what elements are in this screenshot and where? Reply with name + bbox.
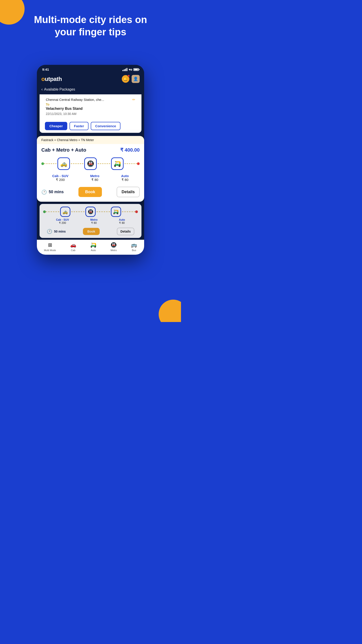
battery-icon [133,68,139,71]
logo-o: o [41,76,45,82]
multimode-icon: ⊞ [48,242,52,248]
nav-metro[interactable]: 🚇 Metro [111,242,117,252]
route-destination: Velacherry Bus Stand [46,107,135,111]
card-footer: 🕐 50 mins Book Details [37,184,144,198]
second-book-button[interactable]: Book [83,228,100,235]
package-card-main: Fastrack + Chennai Metro + TN Meter Cab … [37,136,144,202]
package-title: Cab + Metro + Auto [41,147,86,153]
app-logo: outpath [41,76,62,82]
hero-title: Multi-mode city rides on your finger tip… [9,14,172,38]
auto-icon: 🛺 [111,158,124,170]
logo-text: utpath [45,76,62,82]
user-avatar[interactable]: 👤 [132,75,140,83]
package-header: Cab + Metro + Auto ₹ 400.00 [37,144,144,155]
nav-metro-label: Metro [111,249,117,252]
second-route-line-3 [96,212,110,212]
second-clock-icon: 🕐 [47,229,52,234]
auto-label: Auto ₹ 80 [121,174,129,182]
filter-convenience[interactable]: Convenience [91,122,120,130]
bus-nav-icon: 🚌 [131,242,137,248]
nav-auto[interactable]: 🛺 Auto [90,242,96,252]
back-nav-label: Available Packages [44,88,75,92]
status-icons: ▾⌾ [122,68,139,71]
back-navigation[interactable]: ‹ Available Packages [37,86,144,94]
nav-cab[interactable]: 🚗 Cab [70,242,76,252]
nav-multimode[interactable]: ⊞ Multi Mode [44,242,56,252]
second-cab-icon: 🚕 [60,206,70,217]
metro-icon: 🚇 [84,158,97,170]
metro-price: ₹ 80 [90,178,99,182]
duration-text: 50 mins [49,190,64,194]
app-header: outpath 🔔 👤 [37,73,144,86]
second-details-button[interactable]: Details [117,228,134,235]
auto-nav-icon: 🛺 [90,242,96,248]
nav-multimode-label: Multi Mode [44,249,56,252]
second-metro-label: Metro ₹ 80 [90,218,98,224]
second-package-card: 🚕 🚇 🛺 Cab - SUV ₹ 200 Metro ₹ 80 Aut [39,204,141,238]
status-bar: 9:41 ▾⌾ [37,65,144,73]
second-duration-text: 50 mins [54,230,66,233]
route-datetime: 22/11/2023, 10:30 AM [46,112,135,116]
second-route-line-1 [46,212,59,212]
package-price: ₹ 400.00 [120,147,140,153]
nav-cab-label: Cab [71,249,75,252]
cab-label: Cab - SUV ₹ 200 [52,174,69,182]
wifi-icon: ▾⌾ [129,68,132,71]
metro-name: Metro [90,174,99,178]
auto-name: Auto [121,174,129,178]
route-line-2 [71,164,83,164]
status-time: 9:41 [42,68,49,71]
route-card: Chennai Central Railway Station, che... … [42,94,139,119]
origin-dot [41,162,44,165]
auto-price: ₹ 80 [121,178,129,182]
filter-cheaper[interactable]: Cheaper [45,122,67,130]
metro-label: Metro ₹ 80 [90,174,99,182]
second-auto-price: ₹ 80 [119,222,125,224]
second-cab-label: Cab - SUV ₹ 200 [56,218,69,224]
route-line-3 [98,164,110,164]
route-to-label: To [46,103,135,106]
route-from-text: Chennai Central Railway Station, che... [46,98,104,102]
details-button[interactable]: Details [117,187,140,197]
second-cab-name: Cab - SUV [56,218,69,222]
transport-route: 🚕 🚇 🛺 [37,155,144,172]
second-origin-dot [43,210,46,213]
transport-labels: Cab - SUV ₹ 200 Metro ₹ 80 Auto ₹ 80 [37,172,144,184]
route-line-1 [44,164,56,164]
nav-auto-label: Auto [91,249,96,252]
second-metro-price: ₹ 80 [90,222,98,224]
second-auto-label: Auto ₹ 80 [119,218,125,224]
clock-icon: 🕐 [41,190,47,195]
second-metro-name: Metro [90,218,98,222]
duration-info: 🕐 50 mins [41,190,64,195]
header-icons: 🔔 👤 [122,75,140,83]
second-route-line-4 [122,212,135,212]
second-route-line-2 [71,212,85,212]
route-line-4 [124,164,137,164]
second-auto-icon: 🛺 [111,206,121,217]
book-button[interactable]: Book [78,187,102,197]
cab-name: Cab - SUV [52,174,69,178]
second-transport-route: 🚕 🚇 🛺 [43,206,138,217]
package-tag: Fastrack + Chennai Metro + TN Meter [37,136,144,144]
bottom-navigation: ⊞ Multi Mode 🚗 Cab 🛺 Auto 🚇 Metro 🚌 Bus [37,240,144,255]
back-arrow-icon: ‹ [41,87,43,92]
filter-faster[interactable]: Faster [69,122,88,130]
second-metro-icon: 🚇 [85,206,96,217]
second-duration: 🕐 50 mins [47,229,66,234]
cab-nav-icon: 🚗 [70,242,76,248]
second-transport-labels: Cab - SUV ₹ 200 Metro ₹ 80 Auto ₹ 80 [43,217,138,226]
cab-icon: 🚕 [57,158,70,170]
notification-dot [128,75,130,77]
decorative-circle-bottom [159,300,181,322]
second-card-footer: 🕐 50 mins Book Details [43,226,138,235]
signal-icon [122,68,127,71]
second-cab-price: ₹ 200 [56,222,69,224]
edit-icon[interactable]: ✏ [132,98,135,102]
nav-bus-label: Bus [132,249,136,252]
nav-bus[interactable]: 🚌 Bus [131,242,137,252]
phone-mockup: 9:41 ▾⌾ outpath 🔔 👤 [37,65,144,255]
notification-bell[interactable]: 🔔 [122,75,129,83]
second-auto-name: Auto [119,218,125,222]
route-filter-section: Chennai Central Railway Station, che... … [39,94,141,133]
